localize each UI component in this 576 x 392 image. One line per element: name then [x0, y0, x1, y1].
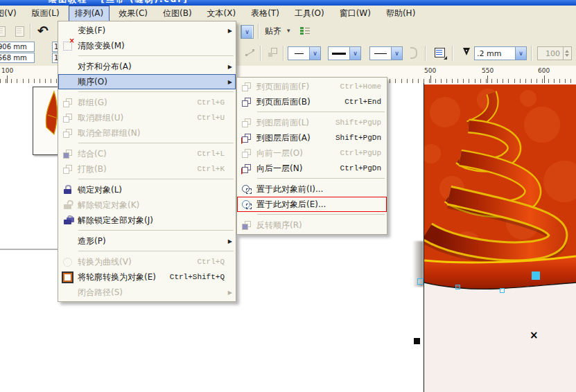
menu-item-shortcut: Ctrl+End	[344, 98, 387, 106]
menu-item-shortcut: Ctrl+U	[197, 114, 236, 122]
menu-item-break-apart[interactable]: 打散(B) Ctrl+K	[58, 161, 236, 177]
menu-effects[interactable]: 效果(C)	[112, 6, 154, 21]
submenu-item-to-back-of-layer[interactable]: 到图层后面(A) Shift+PgDn	[237, 130, 387, 145]
submenu-item-to-front-of-layer[interactable]: 到图层前面(L) Shift+PgUp	[237, 115, 387, 130]
menu-item-unlock-object[interactable]: 解除锁定对象(K)	[58, 197, 236, 213]
combo-chevron-icon[interactable]: ∨	[515, 47, 526, 60]
menu-table[interactable]: 表格(T)	[245, 6, 286, 21]
menu-item-align-distribute[interactable]: 对齐和分布(A) ▶	[58, 59, 236, 74]
menu-item-label: 解除锁定全部对象(J)	[77, 215, 153, 226]
submenu-item-back-one[interactable]: 向后一层(N) Ctrl+PgDn	[237, 161, 387, 176]
blank-icon	[58, 59, 77, 74]
snap-to-button[interactable]: 贴齐	[265, 26, 281, 37]
object-height-field[interactable]: 568 mm	[0, 53, 35, 63]
outline-width-combo[interactable]: .2 mm ∨	[474, 46, 527, 60]
menu-item-transform[interactable]: 变换(F) ▶	[58, 23, 236, 38]
combo-chevron-icon[interactable]: ∨	[349, 47, 360, 60]
blank-icon	[58, 233, 77, 249]
end-arrowhead-combo[interactable]: ∨	[369, 46, 403, 60]
menu-view[interactable]: 视图(V)	[0, 6, 23, 21]
reverse-order-icon	[237, 217, 256, 233]
menu-item-label: 顺序(O)	[77, 76, 107, 88]
forward-one-icon	[237, 145, 256, 161]
menu-layout[interactable]: 版面(L)	[26, 6, 66, 21]
menu-item-order[interactable]: 顺序(O) ▶	[58, 74, 236, 89]
menu-item-group[interactable]: 群组(G) Ctrl+G	[58, 95, 236, 110]
in-front-of-object-icon	[237, 181, 256, 197]
curve-closure-icon[interactable]	[410, 47, 417, 59]
object-center-marker: ×	[530, 330, 539, 341]
menu-tools[interactable]: 工具(O)	[288, 6, 331, 21]
spinner-arrows-icon[interactable]	[563, 47, 571, 60]
menu-bitmaps[interactable]: 位图(B)	[157, 6, 198, 21]
menu-help[interactable]: 帮助(H)	[380, 6, 421, 21]
count-spinner[interactable]: 100	[537, 46, 572, 60]
wireframe-fill-icon[interactable]	[435, 48, 445, 57]
propbar-separator	[283, 46, 284, 61]
guideline[interactable]	[0, 249, 58, 250]
curve-node[interactable]	[455, 285, 460, 289]
submenu-item-to-front-of-page[interactable]: 到页面前面(F) Ctrl+Home	[237, 79, 387, 94]
combo-chevron-icon[interactable]: ∨	[391, 47, 402, 60]
resize-objects-icon[interactable]	[268, 48, 277, 57]
ruler-label: 100	[1, 67, 13, 74]
snap-dropdown-arrow-icon[interactable]: ▾	[287, 27, 290, 34]
order-submenu: 到页面前面(F) Ctrl+Home 到页面后面(B) Ctrl+End 到图层…	[236, 77, 387, 235]
menu-item-shortcut: Ctrl+G	[197, 98, 236, 107]
menu-item-ungroup-all[interactable]: 取消全部群组(N)	[58, 125, 236, 141]
menu-separator	[257, 112, 385, 112]
submenu-item-forward-one[interactable]: 向前一层(O) Ctrl+PgUp	[237, 145, 387, 161]
menu-item-unlock-all[interactable]: 解除锁定全部对象(J)	[58, 213, 236, 228]
menu-item-clear-transform[interactable]: 清除变换(M)	[58, 38, 236, 53]
start-arrowhead-combo[interactable]: ∨	[288, 46, 321, 60]
menu-item-lock-object[interactable]: 锁定对象(L)	[58, 182, 236, 197]
outline-to-object-icon	[58, 269, 77, 285]
convert-to-curves-icon	[58, 254, 77, 269]
submenu-item-in-front-of-object[interactable]: 置于此对象前(I)...	[237, 181, 387, 197]
line-endpoints-icon[interactable]	[245, 48, 255, 57]
selected-node-handle[interactable]	[532, 271, 540, 280]
options-list-icon[interactable]	[300, 26, 310, 35]
undo-icon[interactable]: ↶	[37, 24, 49, 37]
arrange-menu: 变换(F) ▶ 清除变换(M) 对齐和分布(A) ▶ 顺序(O) ▶ 群组(G)…	[58, 21, 236, 302]
toolbar-separator	[30, 24, 31, 39]
submenu-item-behind-object[interactable]: 置于此对象后(E)...	[237, 197, 387, 212]
line-style-combo[interactable]: ∨	[328, 46, 361, 60]
curve-node[interactable]	[417, 278, 424, 285]
curve-node[interactable]	[500, 288, 505, 293]
ruler-label: 600	[538, 67, 550, 74]
menu-item-label: 到图层后面(A)	[256, 132, 311, 144]
menu-window[interactable]: 窗口(W)	[333, 6, 377, 21]
submenu-item-reverse-order[interactable]: 反转顺序(R)	[237, 217, 387, 233]
menu-item-outline-to-object[interactable]: 将轮廓转换为对象(E) Ctrl+Shift+Q	[58, 269, 236, 285]
combo-chevron-icon[interactable]: ∨	[309, 47, 320, 60]
ribbon-artwork[interactable]	[424, 84, 576, 392]
to-back-of-page-icon	[237, 94, 256, 109]
ruler-label: 550	[482, 67, 494, 74]
outline-pen-icon[interactable]	[463, 48, 470, 55]
menu-text[interactable]: 文本(X)	[201, 6, 243, 21]
menu-separator	[257, 214, 385, 215]
menu-item-shaping[interactable]: 造形(P) ▶	[58, 233, 236, 249]
combo-chevron-icon[interactable]: ∨	[241, 26, 252, 38]
paste-icon[interactable]	[15, 26, 24, 37]
object-width-field[interactable]: 906 mm	[0, 42, 35, 52]
menu-item-close-path[interactable]: 闭合路径(S) ▶	[58, 285, 236, 300]
menu-item-convert-to-curves[interactable]: 转换为曲线(V) Ctrl+Q	[58, 254, 236, 269]
submenu-arrow-icon: ▶	[228, 28, 232, 34]
unlock-all-icon	[58, 213, 77, 228]
copy-icon[interactable]	[0, 26, 6, 37]
submenu-item-to-back-of-page[interactable]: 到页面后面(B) Ctrl+End	[237, 94, 387, 109]
line-sample	[288, 53, 309, 54]
selection-handle[interactable]	[414, 338, 420, 344]
lock-icon	[58, 182, 77, 197]
menu-separator	[257, 178, 385, 179]
ungroup-all-icon	[58, 125, 77, 141]
menu-item-label: 锁定对象(L)	[77, 184, 122, 196]
menu-item-combine[interactable]: 结合(C) Ctrl+L	[58, 146, 236, 161]
menu-arrange[interactable]: 排列(A)	[69, 6, 110, 21]
mini-ribbon-art	[33, 87, 60, 153]
menu-item-label: 向前一层(O)	[256, 148, 303, 159]
menu-item-ungroup[interactable]: 取消群组(U) Ctrl+U	[58, 110, 236, 125]
zoom-level-combo[interactable]: ∨	[241, 25, 254, 39]
